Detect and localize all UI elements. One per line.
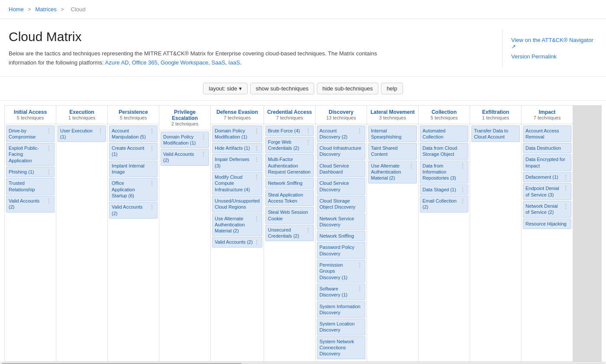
technique-expand-icon[interactable]: ⋮	[254, 145, 260, 151]
platform-azure-ad[interactable]: Azure AD	[105, 59, 129, 66]
technique-item[interactable]: Transfer Data to Cloud Account	[471, 126, 520, 142]
technique-item[interactable]: Endpoint Denial of Service (3)⋮	[523, 183, 571, 200]
technique-item[interactable]: Modify Cloud Compute Infrastructure (4)⋮	[212, 172, 262, 195]
technique-item[interactable]: Create Account (1)⋮	[109, 143, 158, 160]
hide-sub-techniques-button[interactable]: hide sub-techniques	[317, 83, 378, 94]
technique-expand-icon[interactable]: ⋮	[254, 216, 260, 222]
technique-item[interactable]: Cloud Service Discovery	[317, 178, 365, 195]
technique-expand-icon[interactable]: ⋮	[563, 174, 569, 180]
technique-item[interactable]: Permission Groups Discovery (1)⋮	[317, 260, 365, 283]
technique-expand-icon[interactable]: ⋮	[149, 180, 155, 186]
technique-item[interactable]: Trusted Relationship	[6, 178, 55, 195]
technique-item[interactable]: Steal Application Access Token	[265, 190, 314, 206]
technique-item[interactable]: Network Denial of Service (2)⋮	[523, 201, 571, 218]
version-permalink[interactable]: Version Permalink	[511, 53, 597, 60]
help-button[interactable]: help	[381, 83, 403, 94]
technique-item[interactable]: Defacement (1)⋮	[523, 172, 571, 182]
technique-item[interactable]: Password Policy Discovery	[317, 242, 365, 259]
platform-iaas[interactable]: IaaS	[229, 59, 240, 66]
technique-expand-icon[interactable]: ⋮	[460, 163, 466, 169]
breadcrumb-home[interactable]: Home	[9, 6, 24, 13]
technique-item[interactable]: Use Alternate Authentication Material (2…	[368, 161, 417, 184]
technique-expand-icon[interactable]: ⋮	[254, 174, 260, 180]
technique-expand-icon[interactable]: ⋮	[254, 239, 260, 245]
technique-item[interactable]: Software Discovery (1)⋮	[317, 283, 365, 300]
technique-item[interactable]: Unsecured Credentials (2)⋮	[265, 225, 314, 242]
tactic-name-execution[interactable]: Execution	[59, 109, 105, 115]
technique-expand-icon[interactable]: ⋮	[305, 139, 311, 145]
technique-item[interactable]: System Network Connections Discovery	[317, 336, 365, 359]
navigator-link[interactable]: View on the ATT&CK® Navigator ↗	[511, 37, 597, 50]
technique-item[interactable]: Steal Web Session Cookie	[265, 207, 314, 224]
technique-item[interactable]: System Location Discovery	[317, 319, 365, 335]
technique-expand-icon[interactable]: ⋮	[408, 163, 414, 169]
technique-item[interactable]: Exploit Public-Facing Application⋮	[6, 143, 55, 166]
technique-expand-icon[interactable]: ⋮	[357, 262, 363, 268]
technique-item[interactable]: Data Destruction	[523, 143, 571, 153]
technique-expand-icon[interactable]: ⋮	[305, 128, 311, 134]
technique-item[interactable]: Network Sniffing	[265, 178, 314, 188]
technique-expand-icon[interactable]: ⋮	[563, 185, 569, 191]
technique-item[interactable]: Valid Accounts (2)⋮	[212, 237, 262, 247]
tactic-name-discovery[interactable]: Discovery	[318, 109, 364, 115]
technique-expand-icon[interactable]: ⋮	[357, 128, 363, 134]
tactic-name-credential-access[interactable]: Credential Access	[267, 109, 313, 115]
technique-expand-icon[interactable]: ⋮	[46, 128, 52, 134]
technique-expand-icon[interactable]: ⋮	[46, 169, 52, 175]
technique-expand-icon[interactable]: ⋮	[200, 134, 206, 140]
technique-item[interactable]: Data Staged (1)⋮	[420, 184, 468, 195]
technique-expand-icon[interactable]: ⋮	[460, 198, 466, 204]
technique-expand-icon[interactable]: ⋮	[254, 128, 260, 134]
technique-item[interactable]: Data from Information Repositories (3)⋮	[420, 161, 468, 184]
technique-item[interactable]: Account Manipulation (5)⋮	[109, 126, 158, 142]
tactic-name-collection[interactable]: Collection	[421, 109, 467, 115]
tactic-name-persistence[interactable]: Persistence	[110, 109, 156, 115]
technique-item[interactable]: Domain Policy Modification (1)⋮	[161, 132, 209, 148]
technique-item[interactable]: Unused/Unsupported Cloud Regions	[212, 196, 262, 213]
technique-item[interactable]: Account Discovery (2)⋮	[317, 126, 365, 142]
technique-item[interactable]: Cloud Service Dashboard	[317, 161, 365, 177]
technique-item[interactable]: Cloud Infrastructure Discovery	[317, 143, 365, 160]
technique-item[interactable]: User Execution (1)⋮	[58, 126, 106, 142]
technique-expand-icon[interactable]: ⋮	[305, 227, 311, 233]
technique-item[interactable]: Cloud Storage Object Discovery	[317, 196, 365, 213]
platform-office365[interactable]: Office 365	[132, 59, 158, 66]
technique-item[interactable]: Impair Defenses (3)⋮	[212, 154, 262, 171]
technique-item[interactable]: Brute Force (4)⋮	[265, 126, 314, 136]
technique-item[interactable]: Phishing (1)⋮	[6, 167, 55, 177]
technique-item[interactable]: Office Application Startup (6)⋮	[109, 178, 158, 201]
tactic-name-initial-access[interactable]: Initial Access	[7, 109, 53, 115]
platform-google-workspace[interactable]: Google Workspace	[161, 59, 208, 66]
technique-item[interactable]: Implant Internal Image	[109, 161, 158, 177]
technique-item[interactable]: Data Encrypted for Impact	[523, 154, 571, 171]
technique-item[interactable]: Drive-by Compromise⋮	[6, 126, 55, 142]
technique-expand-icon[interactable]: ⋮	[357, 286, 363, 292]
technique-item[interactable]: Valid Accounts (2)⋮	[161, 149, 209, 166]
technique-expand-icon[interactable]: ⋮	[200, 151, 206, 157]
technique-item[interactable]: Data from Cloud Storage Object	[420, 143, 468, 160]
technique-item[interactable]: Valid Accounts (2)⋮	[6, 196, 55, 213]
scrollbar-area[interactable]	[0, 362, 606, 364]
technique-expand-icon[interactable]: ⋮	[149, 204, 155, 210]
layout-dropdown[interactable]: layout: side ▾	[203, 83, 247, 94]
breadcrumb-matrices[interactable]: Matrices	[35, 6, 57, 13]
technique-expand-icon[interactable]: ⋮	[46, 198, 52, 204]
technique-item[interactable]: Use Alternate Authentication Material (2…	[212, 213, 262, 236]
technique-item[interactable]: Email Collection (2)⋮	[420, 196, 468, 213]
technique-expand-icon[interactable]: ⋮	[149, 128, 155, 134]
technique-item[interactable]: System Information Discovery	[317, 301, 365, 318]
technique-expand-icon[interactable]: ⋮	[563, 203, 569, 209]
technique-item[interactable]: Hide Artifacts (1)⋮	[212, 143, 262, 153]
platform-saas[interactable]: SaaS	[212, 59, 226, 66]
tactic-name-privilege-escalation[interactable]: Privilege Escalation	[162, 109, 208, 121]
technique-expand-icon[interactable]: ⋮	[254, 156, 260, 162]
tactic-name-impact[interactable]: Impact	[524, 109, 570, 115]
technique-item[interactable]: Account Access Removal	[523, 126, 571, 142]
technique-item[interactable]: Domain Policy Modification (1)⋮	[212, 126, 262, 142]
technique-item[interactable]: Resource Hijacking	[523, 219, 571, 229]
tactic-name-defense-evasion[interactable]: Defense Evasion	[213, 109, 261, 115]
tactic-name-exfiltration[interactable]: Exfiltration	[473, 109, 519, 115]
technique-item[interactable]: Forge Web Credentials (2)⋮	[265, 137, 314, 154]
show-sub-techniques-button[interactable]: show sub-techniques	[250, 83, 314, 94]
technique-expand-icon[interactable]: ⋮	[460, 187, 466, 193]
